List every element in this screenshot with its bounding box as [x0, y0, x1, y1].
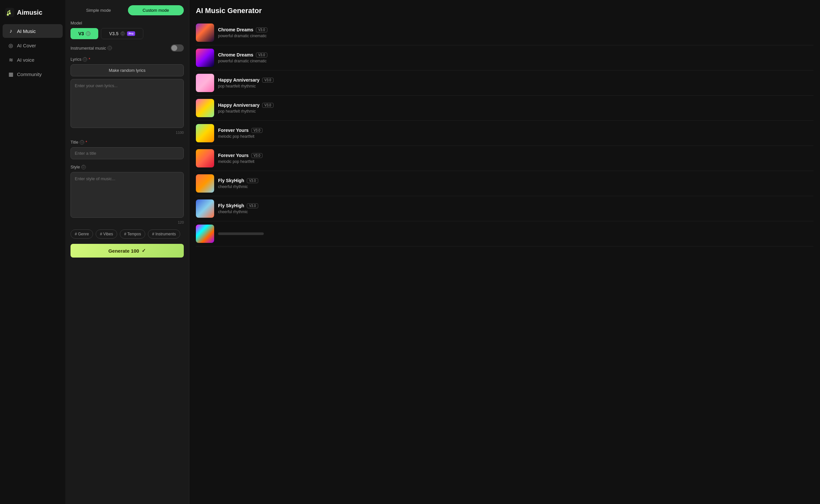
model-v3-info-icon[interactable]: ⓘ [86, 31, 90, 36]
music-loading-bar [218, 232, 264, 235]
music-title-4: Forever Yours [218, 128, 249, 133]
music-info-0: Chrome Dreams V3.0 powerful dramatic cin… [218, 27, 813, 38]
tag-vibes-btn[interactable]: # Vibes [96, 229, 117, 239]
instrumental-section: Instrumental music ⓘ [71, 44, 184, 52]
music-title-6: Fly SkyHigh [218, 178, 244, 183]
sidebar-item-ai-cover[interactable]: ◎ AI Cover [3, 39, 63, 52]
music-list-item[interactable]: Happy Anniversary V3.0 pop heartfelt rhy… [196, 96, 813, 121]
music-title-7: Fly SkyHigh [218, 203, 244, 208]
music-tags-4: melodic pop heartfelt [218, 134, 813, 139]
instrumental-toggle[interactable] [171, 44, 184, 52]
music-list-item[interactable]: Forever Yours V3.0 melodic pop heartfelt [196, 121, 813, 146]
model-v3-label: V3 [78, 31, 84, 36]
music-thumb-7 [196, 199, 214, 218]
ai-music-label: AI Music [17, 28, 36, 34]
music-list-item[interactable]: Happy Anniversary V3.0 pop heartfelt rhy… [196, 71, 813, 96]
svg-point-1 [7, 14, 9, 16]
lyrics-textarea[interactable] [71, 79, 184, 128]
music-info-8 [218, 232, 813, 235]
instrumental-label: Instrumental music ⓘ [71, 46, 112, 51]
ai-voice-icon: ≋ [8, 57, 14, 63]
model-v35-info-icon[interactable]: ⓘ [120, 31, 125, 36]
style-info-icon[interactable]: ⓘ [81, 165, 86, 169]
main-content: Simple mode Custom mode Model V3 ⓘ V3.5 … [65, 0, 820, 504]
music-list-item[interactable]: Fly SkyHigh V3.0 cheerful rhythmic [196, 171, 813, 196]
simple-mode-tab[interactable]: Simple mode [71, 5, 127, 15]
music-info-4: Forever Yours V3.0 melodic pop heartfelt [218, 128, 813, 139]
title-label: Title ⓘ * [71, 140, 184, 145]
music-tags-6: cheerful rhythmic [218, 184, 813, 189]
logo-icon [5, 8, 14, 17]
music-thumb-6 [196, 174, 214, 193]
instrumental-info-icon[interactable]: ⓘ [107, 46, 112, 50]
music-info-7: Fly SkyHigh V3.0 cheerful rhythmic [218, 203, 813, 214]
music-list-item[interactable]: Chrome Dreams V3.0 powerful dramatic cin… [196, 20, 813, 45]
mode-tabs: Simple mode Custom mode [71, 5, 184, 15]
music-title-row-7: Fly SkyHigh V3.0 [218, 203, 813, 208]
community-icon: ▦ [8, 71, 14, 77]
music-info-6: Fly SkyHigh V3.0 cheerful rhythmic [218, 178, 813, 189]
style-textarea[interactable] [71, 172, 184, 218]
music-list-item[interactable]: Chrome Dreams V3.0 powerful dramatic cin… [196, 45, 813, 71]
sidebar-item-community[interactable]: ▦ Community [3, 67, 63, 81]
model-v35-btn[interactable]: V3.5 ⓘ Pro [101, 28, 143, 39]
music-tags-2: pop heartfelt rhythmic [218, 84, 813, 88]
logo: Aimusic [0, 5, 65, 24]
sidebar-item-ai-music[interactable]: ♪ AI Music [3, 24, 63, 38]
music-info-5: Forever Yours V3.0 melodic pop heartfelt [218, 153, 813, 164]
music-tags-3: pop heartfelt rhythmic [218, 109, 813, 114]
music-title-row-5: Forever Yours V3.0 [218, 153, 813, 158]
music-thumb-3 [196, 99, 214, 117]
title-input[interactable] [71, 147, 184, 159]
tag-instruments-btn[interactable]: # Instruments [148, 229, 180, 239]
music-tags-1: powerful dramatic cinematic [218, 59, 813, 63]
music-version-5: V3.0 [251, 153, 263, 158]
music-title-row-6: Fly SkyHigh V3.0 [218, 178, 813, 183]
lyrics-label: Lyrics ⓘ * [71, 57, 184, 62]
music-version-1: V3.0 [256, 53, 267, 57]
tag-tempos-btn[interactable]: # Tempos [120, 229, 145, 239]
music-info-2: Happy Anniversary V3.0 pop heartfelt rhy… [218, 77, 813, 88]
music-title-row-1: Chrome Dreams V3.0 [218, 52, 813, 57]
music-version-2: V3.0 [262, 78, 274, 83]
tag-genre-btn[interactable]: # Genre [71, 229, 93, 239]
music-version-0: V3.0 [256, 27, 267, 32]
model-section: Model V3 ⓘ V3.5 ⓘ Pro [71, 21, 184, 39]
toggle-knob [171, 45, 177, 51]
ai-voice-label: AI voice [17, 57, 34, 63]
music-version-6: V3.0 [247, 178, 258, 183]
music-list-item[interactable] [196, 221, 813, 246]
music-title-0: Chrome Dreams [218, 27, 253, 32]
model-v3-btn[interactable]: V3 ⓘ [71, 28, 98, 39]
music-list: Chrome Dreams V3.0 powerful dramatic cin… [196, 20, 813, 246]
title-required: * [86, 140, 87, 145]
app-name: Aimusic [17, 9, 42, 16]
generate-label: Generate 100 [108, 248, 139, 254]
music-list-item[interactable]: Forever Yours V3.0 melodic pop heartfelt [196, 146, 813, 171]
music-title-row-4: Forever Yours V3.0 [218, 128, 813, 133]
ai-cover-label: AI Cover [17, 43, 36, 48]
title-info-icon[interactable]: ⓘ [80, 140, 84, 145]
music-list-item[interactable]: Fly SkyHigh V3.0 cheerful rhythmic [196, 196, 813, 221]
svg-point-2 [9, 12, 11, 14]
lyrics-required: * [88, 57, 90, 62]
generate-btn[interactable]: Generate 100 ✓ [71, 244, 184, 258]
center-panel: Simple mode Custom mode Model V3 ⓘ V3.5 … [65, 0, 189, 504]
music-thumb-0 [196, 24, 214, 42]
title-section: Title ⓘ * [71, 140, 184, 159]
music-title-1: Chrome Dreams [218, 52, 253, 57]
style-label: Style ⓘ [71, 165, 184, 169]
model-v35-label: V3.5 [109, 31, 118, 36]
music-tags-7: cheerful rhythmic [218, 210, 813, 214]
style-section: Style ⓘ 120 [71, 165, 184, 224]
sidebar-item-ai-voice[interactable]: ≋ AI voice [3, 53, 63, 67]
ai-cover-icon: ◎ [8, 42, 14, 48]
music-title-row-3: Happy Anniversary V3.0 [218, 102, 813, 108]
music-version-4: V3.0 [251, 128, 263, 133]
right-panel: AI Music Generator Chrome Dreams V3.0 po… [189, 0, 820, 504]
model-label: Model [71, 21, 184, 25]
music-version-3: V3.0 [262, 103, 274, 108]
custom-mode-tab[interactable]: Custom mode [128, 5, 184, 15]
lyrics-info-icon[interactable]: ⓘ [83, 57, 87, 62]
make-random-lyrics-btn[interactable]: Make random lyrics [71, 64, 184, 76]
